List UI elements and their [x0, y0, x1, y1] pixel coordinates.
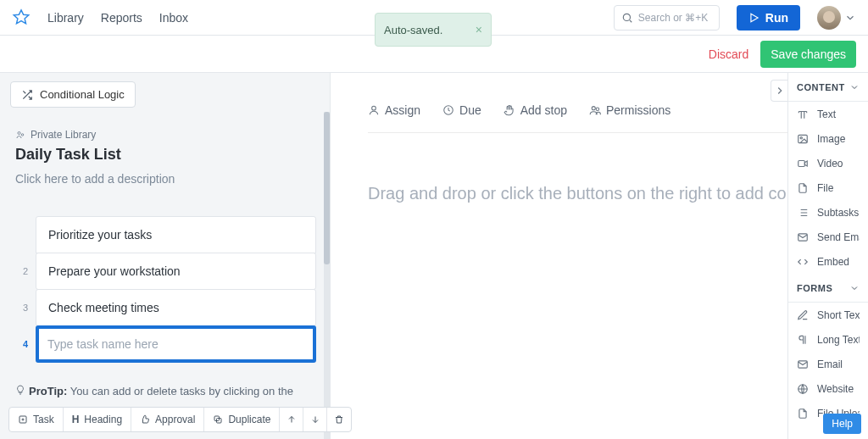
user-menu[interactable]: [817, 6, 856, 30]
addstop-label: Add stop: [520, 103, 567, 117]
task-row[interactable]: 1 Prioritize your tasks: [15, 216, 316, 253]
svg-point-0: [623, 14, 630, 20]
svg-point-6: [596, 108, 599, 110]
chevron-down-icon: [849, 82, 860, 92]
label: Website: [817, 383, 854, 395]
chevron-right-icon: [774, 85, 786, 97]
svg-point-5: [592, 107, 595, 110]
addstop-button[interactable]: Add stop: [504, 103, 567, 117]
protip: ProTip: You can add or delete tasks by c…: [15, 385, 316, 397]
new-task-input[interactable]: [47, 337, 304, 351]
edit-icon: [797, 309, 809, 321]
nav-library[interactable]: Library: [47, 11, 84, 25]
description-placeholder[interactable]: Click here to add a description: [15, 172, 316, 186]
content-send-email[interactable]: Send Email: [788, 225, 868, 249]
due-button[interactable]: Due: [442, 103, 481, 117]
code-icon: [797, 256, 809, 268]
lock-icon: [15, 130, 25, 140]
run-button[interactable]: Run: [737, 5, 800, 31]
content-header[interactable]: CONTENT: [788, 73, 868, 102]
app-logo[interactable]: [12, 8, 31, 27]
assign-button[interactable]: Assign: [368, 103, 420, 117]
task-card[interactable]: Check meeting times: [36, 289, 316, 326]
tb-heading[interactable]: H Heading: [64, 408, 131, 431]
globe-icon: [797, 383, 809, 395]
search-icon: [621, 12, 633, 24]
search-box[interactable]: Search or ⌘+K: [614, 5, 720, 31]
svg-point-1: [18, 132, 20, 135]
permissions-button[interactable]: Permissions: [589, 103, 670, 117]
nav-inbox[interactable]: Inbox: [159, 11, 188, 25]
task-card[interactable]: Prioritize your tasks: [36, 216, 316, 253]
task-card-new[interactable]: [36, 325, 316, 363]
content-file[interactable]: File: [788, 175, 868, 200]
content-subtasks[interactable]: Subtasks: [788, 200, 868, 225]
tb-heading-label: Heading: [84, 414, 122, 425]
avatar: [817, 6, 841, 30]
tb-move-up[interactable]: [280, 408, 303, 431]
content-text[interactable]: Text: [788, 102, 868, 126]
text-icon: [797, 108, 809, 120]
content-header-label: CONTENT: [797, 82, 845, 92]
protip-text: You can add or delete tasks by clicking …: [70, 385, 293, 397]
thumbs-up-icon: [140, 414, 150, 425]
permissions-label: Permissions: [606, 103, 670, 117]
play-icon: [748, 12, 760, 24]
forms-header[interactable]: FORMS: [788, 274, 868, 303]
svg-point-8: [800, 136, 802, 138]
task-row-new[interactable]: 4: [15, 325, 316, 363]
svg-rect-7: [798, 135, 808, 142]
task-number: 2: [15, 253, 36, 290]
users-icon: [589, 104, 601, 116]
label: Embed: [817, 256, 849, 268]
doc-title[interactable]: Daily Task List: [15, 146, 316, 164]
label: File: [817, 182, 833, 194]
task-number: 4: [15, 325, 36, 363]
bottom-toolbar: Task H Heading Approval Duplicate: [8, 407, 352, 432]
task-row[interactable]: 3 Check meeting times: [15, 289, 316, 326]
tb-delete[interactable]: [327, 408, 351, 431]
forms-short-text[interactable]: Short Text: [788, 303, 868, 327]
svg-rect-9: [798, 160, 805, 166]
forms-header-label: FORMS: [797, 283, 832, 293]
mail-icon: [797, 231, 809, 243]
tb-approval-label: Approval: [155, 414, 195, 425]
canvas-placeholder: Drag and drop or click the buttons on th…: [368, 184, 834, 203]
trash-icon: [334, 414, 344, 425]
conditional-logic-button[interactable]: Conditional Logic: [10, 81, 136, 108]
save-button[interactable]: Save changes: [760, 41, 856, 68]
content-video[interactable]: Video: [788, 151, 868, 175]
breadcrumb[interactable]: Private Library: [15, 129, 316, 141]
help-button[interactable]: Help: [823, 414, 861, 434]
scrollbar[interactable]: [324, 112, 330, 439]
tb-move-down[interactable]: [303, 408, 327, 431]
tb-duplicate[interactable]: Duplicate: [204, 408, 280, 431]
video-icon: [797, 158, 809, 169]
run-label: Run: [765, 11, 788, 25]
clock-icon: [442, 104, 454, 116]
assign-label: Assign: [385, 103, 420, 117]
toast-close[interactable]: ×: [476, 23, 482, 36]
rightbar-collapse[interactable]: [771, 80, 787, 102]
discard-button[interactable]: Discard: [709, 47, 748, 61]
forms-website[interactable]: Website: [788, 376, 868, 401]
paragraph-icon: [797, 334, 809, 346]
tb-approval[interactable]: Approval: [131, 408, 204, 431]
toast-text: Auto-saved.: [384, 24, 442, 36]
task-card[interactable]: Prepare your workstation: [36, 253, 316, 290]
label: Send Email: [817, 231, 860, 243]
task-list: 1 Prioritize your tasks 2 Prepare your w…: [15, 216, 316, 363]
content-embed[interactable]: Embed: [788, 249, 868, 274]
heading-icon: H: [72, 414, 80, 425]
nav-reports[interactable]: Reports: [101, 11, 142, 25]
hand-icon: [504, 104, 515, 116]
forms-long-text[interactable]: Long Text: [788, 327, 868, 352]
task-number: 3: [15, 289, 36, 326]
content-image[interactable]: Image: [788, 126, 868, 151]
tb-task[interactable]: Task: [9, 408, 64, 431]
nav-links: Library Reports Inbox: [47, 11, 188, 25]
user-icon: [368, 104, 380, 116]
task-row[interactable]: 2 Prepare your workstation: [15, 253, 316, 290]
tb-task-label: Task: [33, 414, 54, 425]
forms-email[interactable]: Email: [788, 352, 868, 376]
